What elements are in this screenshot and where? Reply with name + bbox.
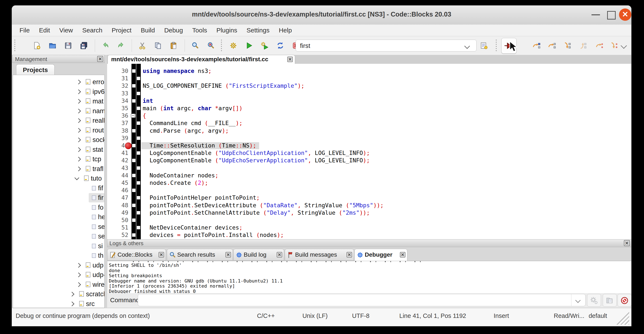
chevron-right-icon[interactable] xyxy=(76,138,81,142)
minimize-icon[interactable] xyxy=(592,15,600,15)
tree-item-erro[interactable]: erro xyxy=(13,78,104,87)
code-line-33[interactable]: 33 xyxy=(107,90,632,97)
code-line-39[interactable]: 39 xyxy=(107,134,632,142)
resize-grip[interactable] xyxy=(616,311,629,325)
code-line-38[interactable]: 38 cmd.Parse (argc, argv); xyxy=(107,127,632,135)
menu-tools[interactable]: Tools xyxy=(188,27,212,34)
code-line-31[interactable]: 31 xyxy=(107,75,632,82)
close-icon[interactable]: ✕ xyxy=(619,9,631,21)
logs-close-icon[interactable]: ✕ xyxy=(624,240,630,246)
code-line-49[interactable]: 49 pointToPoint.SetChannelAttribute ("De… xyxy=(107,209,632,217)
editor-tab-close-icon[interactable]: ✕ xyxy=(287,57,293,62)
save-all-icon[interactable] xyxy=(80,42,88,49)
code-line-50[interactable]: 50 xyxy=(107,216,632,224)
code-line-52[interactable]: 52 devices = pointToPoint.Install (nodes… xyxy=(107,231,632,239)
code-line-37[interactable]: 37 CommandLine cmd (__FILE__); xyxy=(107,119,632,127)
editor-tab-first-cc[interactable]: mnt/dev/tools/source/ns-3-dev/examples/t… xyxy=(108,55,295,64)
code-line-48[interactable]: 48 pointToPoint.SetDeviceAttribute ("Dat… xyxy=(107,202,632,209)
tree-item-si[interactable]: si xyxy=(13,242,104,251)
code-editor[interactable]: 30using namespace ns3;3132NS_LOG_COMPONE… xyxy=(107,64,632,239)
code-line-34[interactable]: 34int xyxy=(107,97,632,105)
cut-icon[interactable] xyxy=(138,42,146,49)
code-line-41[interactable]: 41 LogComponentEnable ("UdpEchoClientApp… xyxy=(107,149,632,157)
tree-item-udp[interactable]: udp- xyxy=(13,271,104,280)
chevron-right-icon[interactable] xyxy=(70,292,74,297)
titlebar[interactable]: mnt/dev/tools/source/ns-3-dev/examples/t… xyxy=(12,6,631,25)
tab-build-log[interactable]: Build log ✕ xyxy=(233,249,284,261)
tree-item-src[interactable]: src xyxy=(13,300,104,308)
code-line-40[interactable]: 40 Time::SetResolution (Time::NS); xyxy=(107,142,632,149)
chevron-right-icon[interactable] xyxy=(76,157,81,162)
chevron-down-icon[interactable] xyxy=(575,297,580,303)
tab-close-icon[interactable]: ✕ xyxy=(226,252,231,257)
tree-item-fif[interactable]: fif xyxy=(13,184,104,193)
next-instruction-icon[interactable] xyxy=(596,42,603,49)
build-icon[interactable] xyxy=(230,42,237,49)
tab-close-icon[interactable]: ✕ xyxy=(158,252,164,257)
tree-item-tuto[interactable]: tuto xyxy=(13,174,104,184)
breakpoint-icon[interactable] xyxy=(125,142,132,149)
step-into-instruction-icon[interactable] xyxy=(610,42,618,49)
tree-item-udp[interactable]: udp xyxy=(13,261,104,270)
fold-collapse-icon[interactable] xyxy=(131,114,135,118)
run-to-cursor-icon[interactable] xyxy=(533,42,540,49)
debugger-log-view[interactable]: Setting SHELL to '/bin/sh'doneSetting br… xyxy=(108,261,631,293)
code-line-42[interactable]: 42 LogComponentEnable ("UdpEchoServerApp… xyxy=(107,157,632,164)
tab-codeblocks-log[interactable]: Code::Blocks ✕ xyxy=(107,249,166,261)
tree-item-se[interactable]: se xyxy=(13,222,104,232)
open-file-icon[interactable] xyxy=(49,42,56,49)
save-file-icon[interactable] xyxy=(64,42,72,49)
code-line-32[interactable]: 32NS_LOG_COMPONENT_DEFINE ("FirstScriptE… xyxy=(107,82,632,90)
chevron-right-icon[interactable] xyxy=(76,128,81,133)
tree-item-mat[interactable]: mat xyxy=(13,97,104,106)
tree-item-tcp[interactable]: tcp xyxy=(13,155,104,164)
tree-item-nam[interactable]: nam xyxy=(13,107,104,116)
toolbar-grip[interactable] xyxy=(221,40,222,52)
tree-item-fir[interactable]: fir xyxy=(13,193,104,203)
chevron-right-icon[interactable] xyxy=(76,118,81,123)
tab-projects[interactable]: Projects xyxy=(16,64,54,76)
copy-icon[interactable] xyxy=(154,42,162,49)
tree-item-wire[interactable]: wire xyxy=(13,280,104,290)
menu-debug[interactable]: Debug xyxy=(160,27,188,34)
chevron-right-icon[interactable] xyxy=(76,99,81,104)
management-close-icon[interactable]: ✕ xyxy=(97,56,103,62)
tree-item-reall[interactable]: reall xyxy=(13,116,104,126)
run-icon[interactable] xyxy=(245,42,253,49)
chevron-right-icon[interactable] xyxy=(76,166,81,171)
tree-item-rout[interactable]: rout xyxy=(13,126,104,135)
menu-view[interactable]: View xyxy=(54,27,78,34)
rebuild-icon[interactable] xyxy=(276,42,284,49)
menu-settings[interactable]: Settings xyxy=(242,27,274,34)
copy-log-button[interactable] xyxy=(603,294,617,307)
tab-close-icon[interactable]: ✕ xyxy=(277,252,282,257)
chevron-right-icon[interactable] xyxy=(76,80,81,85)
code-line-51[interactable]: 51 NetDeviceContainer devices; xyxy=(107,224,632,231)
next-line-icon[interactable] xyxy=(548,42,556,49)
command-input[interactable] xyxy=(138,294,586,306)
tree-item-ipv6[interactable]: ipv6 xyxy=(13,88,104,97)
stop-debugger-button[interactable] xyxy=(618,294,632,307)
tree-item-fo[interactable]: fo xyxy=(13,203,104,213)
debugger-settings-button[interactable] xyxy=(587,294,601,307)
menu-search[interactable]: Search xyxy=(78,27,107,34)
chevron-right-icon[interactable] xyxy=(70,301,74,306)
tree-item-se[interactable]: se xyxy=(13,232,104,241)
toolbar-overflow-chevron-icon[interactable] xyxy=(621,43,627,49)
code-line-30[interactable]: 30using namespace ns3; xyxy=(107,67,632,75)
code-line-44[interactable]: 44 NodeContainer nodes; xyxy=(107,172,632,179)
tab-close-icon[interactable]: ✕ xyxy=(400,252,406,257)
tab-debugger[interactable]: Debugger ✕ xyxy=(354,249,407,261)
menu-file[interactable]: File xyxy=(15,27,34,34)
menu-help[interactable]: Help xyxy=(274,27,296,34)
chevron-right-icon[interactable] xyxy=(76,147,81,152)
tab-search-results[interactable]: Search results ✕ xyxy=(167,249,233,261)
menu-build[interactable]: Build xyxy=(136,27,160,34)
step-out-icon[interactable] xyxy=(579,42,587,49)
chevron-right-icon[interactable] xyxy=(76,272,81,277)
replace-icon[interactable]: R xyxy=(207,42,215,49)
tree-item-scratch[interactable]: scratch xyxy=(13,290,104,299)
menu-project[interactable]: Project xyxy=(107,27,136,34)
tab-build-messages[interactable]: Build messages ✕ xyxy=(285,249,354,261)
paste-icon[interactable] xyxy=(170,42,178,49)
